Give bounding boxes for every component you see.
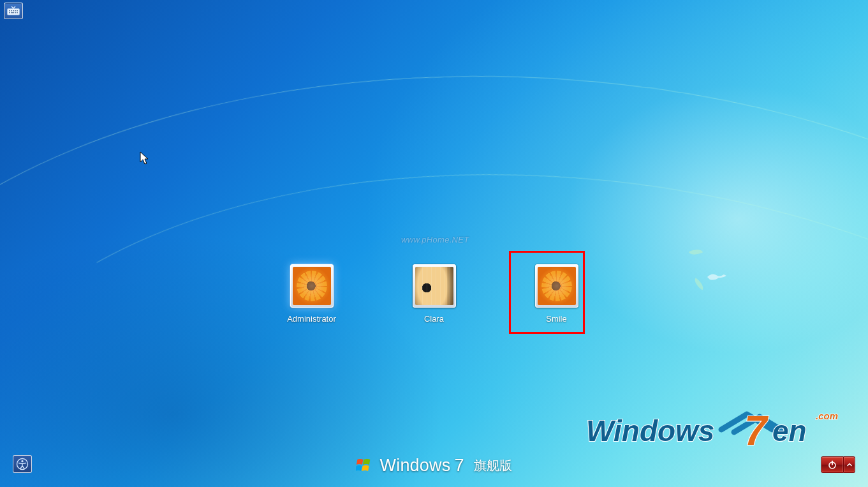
svg-rect-0	[8, 9, 20, 15]
avatar-flower-icon	[538, 267, 576, 305]
avatar-frame	[290, 264, 334, 308]
user-account-administrator[interactable]: Administrator	[286, 264, 337, 324]
power-controls	[821, 456, 855, 473]
svg-rect-1	[9, 10, 10, 11]
avatar-guitar-icon	[415, 267, 453, 305]
login-background	[0, 0, 868, 487]
svg-rect-4	[15, 10, 16, 11]
os-branding: Windows 7 旗舰版	[356, 456, 513, 476]
user-name-label: Clara	[424, 314, 444, 324]
windows-logo-icon	[356, 457, 374, 475]
user-account-smile[interactable]: Smile	[531, 264, 582, 324]
svg-rect-6	[9, 12, 10, 13]
avatar-frame	[413, 264, 456, 308]
keyboard-icon	[7, 6, 20, 15]
user-name-label: Administrator	[287, 314, 336, 324]
os-name-label: Windows	[380, 456, 451, 476]
ease-of-access-button[interactable]	[13, 455, 32, 473]
shutdown-button[interactable]	[821, 456, 844, 473]
user-name-label: Smile	[546, 314, 567, 324]
chevron-up-icon	[846, 461, 853, 468]
on-screen-keyboard-button[interactable]	[4, 3, 23, 19]
avatar-frame	[535, 264, 578, 308]
avatar-flower-icon	[293, 267, 331, 305]
os-edition-label: 旗舰版	[474, 457, 512, 474]
svg-rect-7	[11, 12, 14, 13]
svg-rect-9	[17, 12, 18, 13]
svg-rect-5	[17, 10, 18, 11]
svg-rect-8	[15, 12, 16, 13]
user-account-clara[interactable]: Clara	[409, 264, 460, 324]
power-icon	[827, 460, 837, 470]
user-accounts-row: Administrator Clara Smile	[0, 264, 868, 324]
svg-rect-3	[13, 10, 14, 11]
svg-point-11	[21, 460, 23, 462]
ease-of-access-icon	[16, 458, 29, 470]
os-version-label: 7	[454, 456, 464, 476]
shutdown-options-button[interactable]	[844, 456, 855, 473]
svg-rect-2	[11, 10, 12, 11]
